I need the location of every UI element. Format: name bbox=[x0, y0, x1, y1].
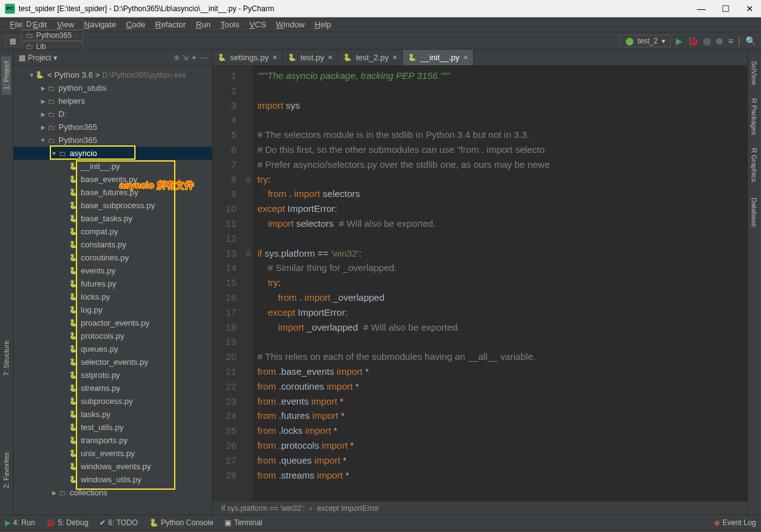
editor-tab[interactable]: 🐍__init__.py✕ bbox=[403, 50, 474, 65]
statusbar: ☐ No R interpreter defined: Many R relat… bbox=[0, 530, 761, 532]
concurrency-button[interactable]: ≡ bbox=[728, 36, 733, 46]
tree-item[interactable]: 🐍test_utils.py bbox=[14, 421, 212, 434]
hide-panel-icon[interactable]: — bbox=[200, 53, 207, 62]
menubar: FileEditViewNavigateCodeRefactorRunTools… bbox=[0, 17, 761, 32]
tree-item[interactable]: ▶🗀Python365 bbox=[14, 121, 212, 134]
menu-help[interactable]: Help bbox=[310, 19, 336, 30]
left-tab-project[interactable]: 1: Project bbox=[1, 56, 11, 94]
tool-run[interactable]: ▶4: Run bbox=[5, 518, 35, 527]
tree-item[interactable]: ▶🗀python_stubs bbox=[14, 81, 212, 94]
tree-item[interactable]: ▶🗀helpers bbox=[14, 94, 212, 108]
tool-terminal[interactable]: ▣Terminal bbox=[224, 518, 262, 527]
expand-all-icon[interactable]: ⇲ bbox=[182, 53, 188, 62]
editor-tab[interactable]: 🐍test.py✕ bbox=[283, 50, 338, 65]
editor-tab[interactable]: 🐍test_2.py✕ bbox=[338, 50, 403, 65]
close-button[interactable]: ✕ bbox=[744, 4, 756, 14]
tree-item[interactable]: 🐍windows_utils.py bbox=[14, 473, 212, 486]
menu-refactor[interactable]: Refactor bbox=[150, 19, 191, 30]
profiler-button[interactable]: ⊚ bbox=[716, 36, 723, 46]
navbar-module-icon[interactable]: ▦ bbox=[5, 35, 21, 47]
right-tab-rgraphics[interactable]: R Graphics bbox=[749, 143, 759, 187]
editor-tabs: 🐍settings.py✕🐍test.py✕🐍test_2.py✕🐍__init… bbox=[213, 50, 747, 66]
tree-item[interactable]: 🐍base_events.py bbox=[14, 173, 212, 186]
window-title: test_spider [E:\test_spider] - D:\Python… bbox=[19, 4, 694, 13]
tree-item[interactable]: 🐍sslproto.py bbox=[14, 369, 212, 382]
tree-item[interactable]: 🐍base_futures.py bbox=[14, 186, 212, 199]
tree-item[interactable]: 🐍locks.py bbox=[14, 290, 212, 303]
tree-item[interactable]: 🐍selector_events.py bbox=[14, 355, 212, 369]
right-gutter: SciView R Packages R Graphics Database bbox=[747, 50, 761, 515]
app-icon: PC bbox=[5, 4, 15, 14]
menu-tools[interactable]: Tools bbox=[216, 19, 244, 30]
window-titlebar: PC test_spider [E:\test_spider] - D:\Pyt… bbox=[0, 0, 761, 17]
tree-item[interactable]: 🐍log.py bbox=[14, 303, 212, 316]
run-config-dropdown[interactable]: ⬤ test_2 ▾ bbox=[620, 35, 671, 47]
menu-vcs[interactable]: VCS bbox=[244, 19, 271, 30]
maximize-button[interactable]: ☐ bbox=[719, 4, 732, 14]
menu-navigate[interactable]: Navigate bbox=[79, 19, 121, 30]
project-tree[interactable]: ▼🐍< Python 3.6 >D:\Python365\python.exe▶… bbox=[14, 66, 212, 515]
search-everywhere-button[interactable]: 🔍 bbox=[745, 36, 756, 46]
tree-item[interactable]: 🐍base_tasks.py bbox=[14, 212, 212, 225]
tool-event-log[interactable]: ◉Event Log bbox=[714, 518, 756, 527]
menu-window[interactable]: Window bbox=[271, 19, 310, 30]
tree-item[interactable]: 🐍constants.py bbox=[14, 238, 212, 251]
tree-item[interactable]: ▶🗀collections bbox=[14, 486, 212, 499]
tool-todo[interactable]: ✔6: TODO bbox=[99, 518, 138, 527]
tree-item[interactable]: 🐍protocols.py bbox=[14, 329, 212, 342]
tool-python-console[interactable]: 🐍Python Console bbox=[149, 518, 214, 527]
tree-item[interactable]: ▶🗀D: bbox=[14, 108, 212, 121]
tree-item[interactable]: 🐍subprocess.py bbox=[14, 395, 212, 408]
tree-item[interactable]: 🐍tasks.py bbox=[14, 408, 212, 421]
line-gutter[interactable]: 1234567891011121314151617181920212223242… bbox=[213, 66, 244, 501]
run-button[interactable]: ▶ bbox=[676, 36, 683, 46]
tree-item[interactable]: 🐍queues.py bbox=[14, 342, 212, 355]
project-panel: ▦ Project ▾ ⊕ ⇲ ✦ — ▼🐍< Python 3.6 >D:\P… bbox=[14, 50, 213, 515]
tree-item[interactable]: 🐍streams.py bbox=[14, 382, 212, 395]
project-panel-title[interactable]: ▦ Project ▾ bbox=[19, 53, 57, 62]
menu-run[interactable]: Run bbox=[191, 19, 216, 30]
settings-icon[interactable]: ✦ bbox=[191, 53, 197, 62]
breadcrumb-1[interactable]: 🗀 Python365 〉 bbox=[22, 30, 83, 41]
code-breadcrumb[interactable]: if sys.platform == 'win32': › except Imp… bbox=[213, 501, 747, 515]
editor-area: 🐍settings.py✕🐍test.py✕🐍test_2.py✕🐍__init… bbox=[213, 50, 747, 515]
minimize-button[interactable]: — bbox=[694, 4, 708, 14]
left-tab-structure[interactable]: 7: Structure bbox=[1, 336, 11, 381]
fold-gutter[interactable]: ⊟⊟ bbox=[244, 66, 252, 501]
tree-item[interactable]: 🐍transports.py bbox=[14, 434, 212, 447]
tree-item[interactable]: ▼🗀Python365 bbox=[14, 134, 212, 147]
left-gutter: 1: Project 7: Structure 2: Favorites bbox=[0, 50, 14, 515]
tree-item[interactable]: 🐍proactor_events.py bbox=[14, 316, 212, 329]
right-tab-sciview[interactable]: SciView bbox=[749, 56, 759, 90]
coverage-button[interactable]: ◎ bbox=[703, 36, 711, 46]
tree-item[interactable]: 🐍compat.py bbox=[14, 225, 212, 238]
tool-debug[interactable]: 🐞5: Debug bbox=[46, 518, 88, 527]
right-tab-rpackages[interactable]: R Packages bbox=[749, 93, 759, 140]
tree-item[interactable]: 🐍__init__.py bbox=[14, 160, 212, 173]
collapse-all-icon[interactable]: ⊕ bbox=[173, 53, 180, 62]
code-editor[interactable]: """The asyncio package, tracking PEP 315… bbox=[252, 66, 747, 501]
right-tab-database[interactable]: Database bbox=[749, 193, 759, 232]
tree-item[interactable]: 🐍windows_events.py bbox=[14, 460, 212, 473]
menu-code[interactable]: Code bbox=[121, 19, 150, 30]
tree-item[interactable]: 🐍events.py bbox=[14, 264, 212, 277]
tree-item[interactable]: 🐍coroutines.py bbox=[14, 251, 212, 264]
run-config-label: test_2 bbox=[637, 37, 658, 45]
left-tab-favorites[interactable]: 2: Favorites bbox=[1, 447, 11, 493]
navbar: ▦ D: 〉🗀 Python365 〉🗀 Lib 〉🗀 asyncio 〉 ⬤ … bbox=[0, 32, 761, 50]
tree-item[interactable]: 🐍base_subprocess.py bbox=[14, 199, 212, 212]
breadcrumb-0[interactable]: D: 〉 bbox=[22, 19, 83, 30]
tree-item[interactable]: ▼🐍< Python 3.6 >D:\Python365\python.exe bbox=[14, 68, 212, 81]
tree-item[interactable]: 🐍unix_events.py bbox=[14, 447, 212, 460]
tree-item[interactable]: ▼🗀asyncio bbox=[14, 147, 212, 160]
editor-tab[interactable]: 🐍settings.py✕ bbox=[213, 50, 283, 65]
debug-button[interactable]: 🐞 bbox=[688, 36, 698, 46]
tree-item[interactable]: 🐍futures.py bbox=[14, 277, 212, 290]
bottom-toolbar: ▶4: Run 🐞5: Debug ✔6: TODO 🐍Python Conso… bbox=[0, 515, 761, 530]
